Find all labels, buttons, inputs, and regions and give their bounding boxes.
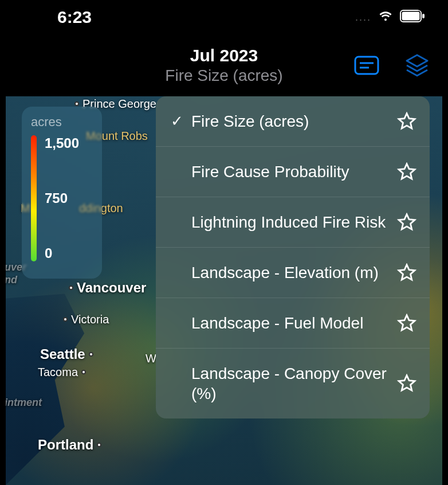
menu-item-label: Lightning Induced Fire Risk xyxy=(187,212,395,232)
favorite-star-button[interactable] xyxy=(395,112,418,131)
map-label-portland: Portland xyxy=(38,437,101,453)
legend-min: 0 xyxy=(45,245,79,261)
menu-item-fire-size[interactable]: ✓ Fire Size (acres) xyxy=(156,96,430,147)
map-label-intment: intment xyxy=(6,397,42,409)
legend-toggle-button[interactable] xyxy=(353,52,380,79)
favorite-star-button[interactable] xyxy=(395,263,418,283)
cellular-dots-icon: .... xyxy=(355,11,371,24)
menu-item-label: Fire Size (acres) xyxy=(187,111,395,131)
status-right: .... xyxy=(355,7,425,27)
header-title-group[interactable]: Jul 2023 Fire Size (acres) xyxy=(165,46,282,85)
check-icon: ✓ xyxy=(167,112,187,130)
favorite-star-button[interactable] xyxy=(395,314,418,333)
legend-mid: 750 xyxy=(45,190,79,206)
map-label-w: W xyxy=(146,352,156,365)
legend-max: 1,500 xyxy=(45,135,79,151)
legend: acres 1,500 750 0 xyxy=(22,107,102,279)
menu-item-label: Landscape - Elevation (m) xyxy=(187,263,395,283)
menu-item-fuel-model[interactable]: Landscape - Fuel Model xyxy=(156,298,430,349)
menu-item-label: Landscape - Fuel Model xyxy=(187,313,395,333)
status-bar: 6:23 .... xyxy=(0,0,448,34)
menu-item-label: Landscape - Canopy Cover (%) xyxy=(187,363,395,404)
layers-button[interactable] xyxy=(403,52,431,79)
map-label-nd: nd xyxy=(6,274,17,286)
wifi-icon xyxy=(377,7,394,27)
menu-item-canopy-cover[interactable]: Landscape - Canopy Cover (%) xyxy=(156,349,430,418)
svg-rect-2 xyxy=(422,14,425,18)
battery-icon xyxy=(400,10,425,25)
menu-item-lightning-risk[interactable]: Lightning Induced Fire Risk xyxy=(156,197,430,248)
map-label-victoria: Victoria xyxy=(63,313,109,326)
menu-item-fire-cause[interactable]: Fire Cause Probability xyxy=(156,147,430,197)
header-subtitle: Fire Size (acres) xyxy=(165,67,282,85)
favorite-star-button[interactable] xyxy=(395,162,418,182)
favorite-star-button[interactable] xyxy=(395,374,418,393)
menu-item-label: Fire Cause Probability xyxy=(187,162,395,182)
map-label-seattle: Seattle xyxy=(40,346,93,362)
legend-title: acres xyxy=(31,115,93,130)
header-title: Jul 2023 xyxy=(165,46,282,65)
map-label-vancouver: Vancouver xyxy=(69,280,146,296)
header: Jul 2023 Fire Size (acres) xyxy=(0,34,448,96)
svg-rect-3 xyxy=(355,57,378,74)
layer-menu: ✓ Fire Size (acres) Fire Cause Probabili… xyxy=(156,96,430,418)
favorite-star-button[interactable] xyxy=(395,213,418,232)
map[interactable]: Prince George Mount Robs M ddington uver… xyxy=(6,96,442,485)
map-label-tacoma: Tacoma xyxy=(38,366,86,379)
svg-rect-1 xyxy=(402,12,420,21)
legend-ticks: 1,500 750 0 xyxy=(45,135,79,261)
menu-item-elevation[interactable]: Landscape - Elevation (m) xyxy=(156,248,430,298)
status-time: 6:23 xyxy=(57,7,92,27)
legend-gradient xyxy=(31,135,37,261)
